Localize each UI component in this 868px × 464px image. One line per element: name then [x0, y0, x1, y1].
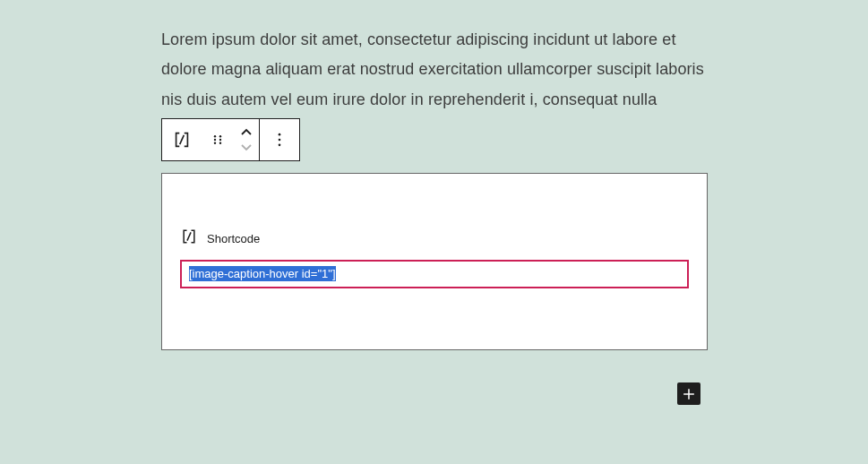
drag-handle[interactable] [202, 119, 234, 160]
svg-point-3 [219, 135, 221, 137]
svg-point-5 [219, 139, 221, 141]
block-header: Shortcode [180, 228, 689, 249]
svg-point-7 [219, 142, 221, 144]
more-options-button[interactable] [260, 119, 299, 160]
plus-icon [680, 385, 698, 403]
block-label: Shortcode [207, 232, 260, 245]
shortcode-icon [180, 228, 198, 249]
move-down-button [234, 140, 259, 154]
block-type-button[interactable] [162, 119, 202, 160]
svg-point-4 [214, 139, 216, 141]
move-controls [234, 119, 259, 160]
svg-point-8 [279, 133, 281, 136]
shortcode-block[interactable]: Shortcode [image-caption-hover id="1"] [161, 173, 708, 350]
svg-line-0 [187, 233, 191, 241]
block-toolbar [161, 118, 300, 161]
shortcode-input[interactable]: [image-caption-hover id="1"] [180, 260, 689, 288]
move-up-button[interactable] [234, 125, 259, 140]
svg-point-6 [214, 142, 216, 144]
svg-point-10 [279, 144, 281, 147]
svg-line-1 [180, 135, 185, 144]
svg-point-2 [214, 135, 216, 137]
add-block-button[interactable] [677, 382, 700, 405]
svg-point-9 [279, 139, 281, 142]
